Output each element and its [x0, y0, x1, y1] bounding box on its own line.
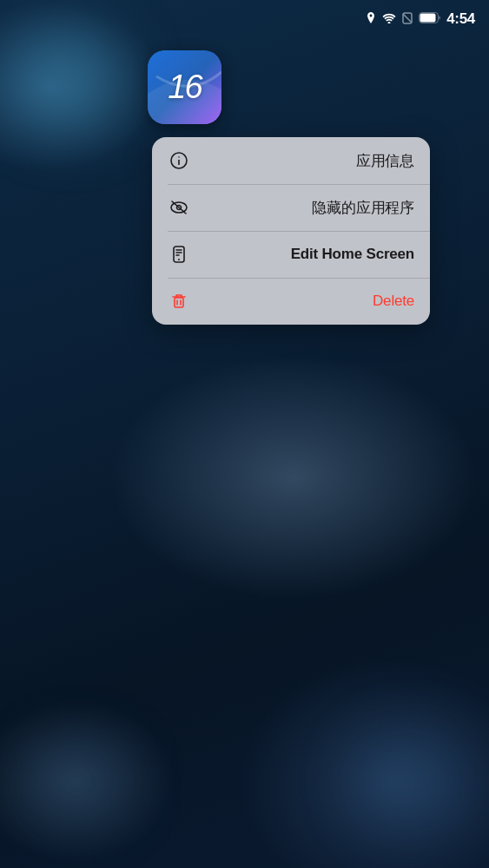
svg-point-9	[178, 156, 180, 158]
svg-line-2	[403, 14, 412, 23]
svg-point-17	[178, 259, 180, 260]
svg-rect-4	[420, 14, 436, 23]
menu-item-edit-home[interactable]: Edit Home Screen	[152, 231, 430, 278]
app-icon[interactable]: 16	[148, 50, 221, 124]
menu-item-hide-app[interactable]: 隐藏的应用程序	[152, 184, 430, 231]
status-time: 4:54	[446, 10, 475, 28]
info-icon	[168, 149, 190, 172]
svg-rect-18	[175, 298, 183, 307]
delete-label: Delete	[373, 293, 414, 310]
no-sim-icon	[401, 12, 413, 27]
hide-app-label: 隐藏的应用程序	[312, 198, 414, 218]
app-info-label: 应用信息	[356, 151, 414, 171]
bg-blur-3	[359, 738, 463, 825]
bg-blur-1	[17, 26, 122, 130]
svg-point-0	[388, 22, 391, 23]
status-bar-right: 4:54	[365, 10, 475, 28]
menu-item-delete[interactable]: Delete	[152, 278, 430, 325]
context-menu: 应用信息 隐藏的应用程序 Edit Home Screen	[152, 137, 430, 325]
trash-icon	[168, 290, 190, 312]
app-icon-wrapper[interactable]: 16	[148, 50, 221, 124]
menu-item-app-info[interactable]: 应用信息	[152, 137, 430, 184]
battery-icon	[419, 12, 441, 26]
location-icon	[365, 12, 377, 27]
status-bar: 4:54	[0, 0, 489, 38]
app-icon-number: 16	[168, 69, 201, 106]
bg-blur-2	[35, 746, 122, 816]
wifi-icon	[382, 12, 396, 26]
eye-slash-icon	[168, 196, 190, 219]
phone-screen-icon	[168, 243, 190, 266]
edit-home-label: Edit Home Screen	[291, 246, 414, 263]
